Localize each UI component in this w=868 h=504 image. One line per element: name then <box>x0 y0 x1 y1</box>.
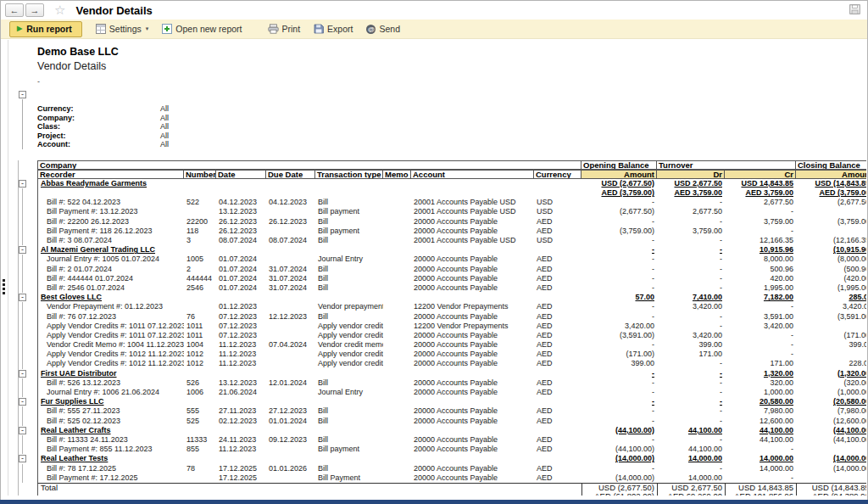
cell-due-date <box>266 322 315 331</box>
total-cr-amount: AED 101,856.96 <box>725 492 796 496</box>
page-title: Vendor Details <box>75 4 152 17</box>
cell-dr-amount: - <box>657 359 725 368</box>
table-row[interactable]: Journal Entry #: 1006 21.06.2024100621.0… <box>9 388 866 397</box>
table-row[interactable]: Vendor Credit Memo #: 1004 11.12.2023100… <box>9 340 866 350</box>
vendor-name[interactable]: Abbas Readymade Garments <box>38 179 184 188</box>
table-row[interactable]: Bill #: 2 01.07.2024201.07.202431.07.202… <box>9 265 866 274</box>
cell-recorder: Bill #: 78 17.12.2025 <box>38 464 184 473</box>
group-summary-row[interactable]: -Fur Supplies LLC--20,580.00(20,580.00) <box>9 397 866 406</box>
table-row[interactable]: Bill Payment #: 17.12.202517.12.2025Bill… <box>9 473 866 483</box>
cell-number: 78 <box>184 464 216 473</box>
vendor-name[interactable]: Real Leather Tests <box>38 454 184 463</box>
table-row[interactable]: Bill #: 76 07.12.20237607.12.202312.12.2… <box>9 312 866 322</box>
table-row[interactable]: Bill #: 525 02.12.202352502.12.202301.01… <box>9 417 866 426</box>
cell-number: 2 <box>184 265 216 274</box>
drag-handle-icon[interactable] <box>3 279 6 296</box>
cell-number: 855 <box>184 445 216 454</box>
export-button[interactable]: Export <box>314 24 353 34</box>
panel-splitter[interactable] <box>1 40 8 496</box>
table-header-row: CompanyOpening BalanceTurnoverClosing Ba… <box>9 160 866 170</box>
settings-button[interactable]: Settings ▾ <box>96 24 148 34</box>
collapse-group-icon[interactable]: - <box>19 246 26 254</box>
vendor-name[interactable]: Fur Supplies LLC <box>38 397 184 406</box>
run-report-button[interactable]: ▶ Run report <box>9 21 82 37</box>
vendor-name[interactable]: Best Gloves LLC <box>38 293 184 302</box>
table-row[interactable]: Bill #: 22200 26.12.20232220026.12.20232… <box>9 217 866 227</box>
forward-button[interactable]: → <box>25 3 44 17</box>
total-row: TotalUSD (2,677.50)USD 2,677.50USD 14,84… <box>9 483 866 492</box>
tree-gutter <box>9 417 37 426</box>
cell-cr-amount: - <box>725 340 796 350</box>
vendor-name[interactable]: Al Mazemi General Trading LLC <box>38 245 184 255</box>
table-row[interactable]: Bill #: 526 13.12.202352613.12.202312.01… <box>9 378 866 388</box>
table-row[interactable]: Bill Payment #: 13.12.202313.12.2023Bill… <box>9 207 866 216</box>
cell-cr-amount: 420.00 <box>725 274 796 283</box>
table-row[interactable]: Journal Entry #: 1005 01.07.2024100501.0… <box>9 255 866 264</box>
group-summary-row[interactable]: -First UAE Distributor--1,320.00(1,320.0… <box>9 369 866 378</box>
send-button[interactable]: @ Send <box>366 24 400 34</box>
table-row[interactable]: Bill #: 2546 01.07.2024254601.07.202431.… <box>9 283 866 293</box>
group-summary-row[interactable]: AED (3,759.00)AED 3,759.00AED 3,759.00AE… <box>9 188 866 198</box>
collapse-group-icon[interactable]: - <box>19 180 26 188</box>
group-opening-amount: - <box>581 397 657 406</box>
favorite-star-icon[interactable]: ☆ <box>54 3 65 18</box>
collapse-group-icon[interactable]: - <box>19 455 26 462</box>
cell-dr-amount: - <box>657 198 725 207</box>
open-new-report-button[interactable]: Open new report <box>162 24 242 34</box>
cell-dr-amount: - <box>657 217 725 227</box>
cell-due-date <box>266 350 315 359</box>
cell-date: 07.12.2023 <box>216 331 266 340</box>
cell-empty <box>266 426 315 435</box>
filter-value: All <box>160 132 169 141</box>
filter-row: Currency:All <box>37 104 169 114</box>
collapse-group-icon[interactable]: - <box>19 294 26 301</box>
collapse-group-icon[interactable]: - <box>19 370 26 378</box>
table-row[interactable]: Vendor Prepayment #: 01.12.202301.12.202… <box>9 302 866 311</box>
save-layout-button[interactable] <box>849 3 860 18</box>
cell-currency: AED <box>534 322 581 331</box>
vendor-name[interactable]: Real Leather Crafts <box>38 426 184 435</box>
group-summary-row[interactable]: -Al Mazemi General Trading LLC--10,915.9… <box>9 245 866 255</box>
cell-memo <box>383 236 411 245</box>
table-row[interactable]: Apply Vendor Credits #: 1011 07.12.20231… <box>9 322 866 331</box>
collapse-group-icon[interactable]: - <box>19 398 26 406</box>
filter-value: All <box>160 122 169 132</box>
filter-row: Class:All <box>37 122 169 132</box>
table-row[interactable]: Bill #: 78 17.12.20257817.12.202501.01.2… <box>9 464 866 473</box>
cell-closing-amount: - <box>796 473 866 483</box>
group-summary-row[interactable]: -Real Leather Crafts(44,100.00)44,100.00… <box>9 426 866 435</box>
table-row[interactable]: Apply Vendor Credits #: 1012 11.12.20231… <box>9 359 866 368</box>
cell-empty <box>383 245 411 255</box>
table-row[interactable]: Bill #: 3 08.07.2024308.07.202408.07.202… <box>9 236 866 245</box>
cell-date: 07.12.2023 <box>216 322 266 331</box>
table-row[interactable]: Bill #: 444444 01.07.202444444401.07.202… <box>9 274 866 283</box>
cell-recorder: Bill #: 526 13.12.2023 <box>38 378 184 388</box>
cell-due-date: 26.12.2023 <box>266 217 315 227</box>
cell-dr-amount: - <box>657 283 725 293</box>
back-button[interactable]: ← <box>5 3 24 17</box>
table-row[interactable]: Apply Vendor Credits #: 1012 11.12.20231… <box>9 350 866 359</box>
group-summary-row[interactable]: -Best Gloves LLC57.007,410.007,182.00285… <box>9 293 866 302</box>
group-summary-row[interactable]: -Real Leather Tests(14,000.00)14,000.001… <box>9 454 866 463</box>
cell-empty <box>216 188 266 198</box>
collapse-group-icon[interactable]: - <box>19 427 26 434</box>
group-summary-row[interactable]: -Abbas Readymade GarmentsUSD (2,677.50)U… <box>9 179 866 188</box>
table-row[interactable]: Bill Payment #: 855 11.12.202385511.12.2… <box>9 445 866 454</box>
vendor-name[interactable]: First UAE Distributor <box>38 369 184 378</box>
cell-date: 01.07.2024 <box>216 274 266 283</box>
table-row[interactable]: Apply Vendor Credits #: 1011 07.12.20231… <box>9 331 866 340</box>
cell-recorder: Bill #: 11333 24.11.2023 <box>38 435 184 445</box>
report-toolbar: ▶ Run report Settings ▾ Open new report … <box>1 20 867 39</box>
cell-memo <box>383 435 411 445</box>
table-row[interactable]: Bill #: 555 27.11.202355527.11.202327.12… <box>9 406 866 416</box>
print-button[interactable]: Print <box>268 24 301 34</box>
cell-recorder: Apply Vendor Credits #: 1012 11.12.2023 <box>38 350 184 359</box>
group-dr-amount: 14,000.00 <box>657 454 725 463</box>
tree-gutter <box>9 492 37 496</box>
cell-account: 20000 Accounts Payable <box>411 350 534 359</box>
cell-memo <box>383 217 411 227</box>
collapse-filters-icon[interactable]: - <box>19 91 26 98</box>
table-row[interactable]: Bill #: 11333 24.11.20231133324.11.20230… <box>9 435 866 445</box>
table-row[interactable]: Bill Payment #: 118 26.12.202311826.12.2… <box>9 227 866 236</box>
table-row[interactable]: Bill #: 522 04.12.202352204.12.202304.12… <box>9 198 866 207</box>
